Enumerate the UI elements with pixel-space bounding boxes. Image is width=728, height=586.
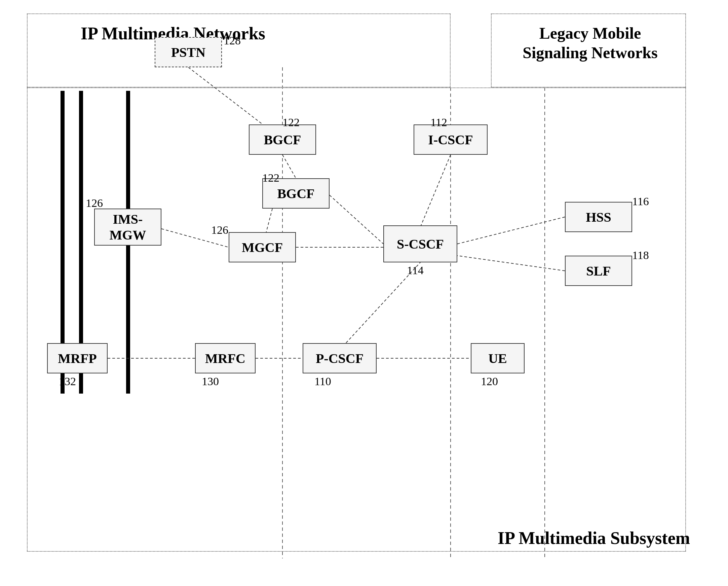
pstn-ref: 128	[224, 34, 241, 47]
bgcf2-label: BGCF	[277, 186, 314, 202]
ue-node: UE	[471, 343, 525, 374]
icscf-ref: 112	[431, 116, 447, 129]
scscf-ref: 114	[407, 264, 424, 277]
diagram-container: IP Multimedia Networks Legacy MobileSign…	[27, 14, 699, 572]
pcscf-ref: 110	[314, 375, 331, 388]
bgcf1-label: BGCF	[264, 132, 301, 148]
ims-label: IP Multimedia Subsystem	[498, 528, 690, 548]
bgcf2-ref: 122	[262, 172, 280, 184]
pstn-label: PSTN	[171, 44, 205, 60]
pstn-node: PSTN	[155, 37, 222, 67]
mrfc-node: MRFC	[195, 343, 256, 374]
ue-ref: 120	[481, 375, 498, 388]
bgcf1-node: BGCF	[249, 125, 316, 155]
hss-ref: 116	[632, 195, 649, 208]
mgcf-label: MGCF	[242, 239, 283, 255]
imsmgw-ref: 126	[86, 197, 103, 209]
mgcf-ref: 126	[211, 224, 228, 236]
legacy-mobile-label: Legacy MobileSignaling Networks	[501, 24, 679, 62]
icscf-label: I-CSCF	[428, 132, 473, 148]
slf-label: SLF	[586, 263, 610, 279]
ue-label: UE	[488, 351, 507, 366]
scscf-label: S-CSCF	[397, 236, 444, 252]
slf-ref: 118	[632, 249, 649, 262]
scscf-node: S-CSCF	[383, 225, 457, 262]
pcscf-label: P-CSCF	[316, 351, 364, 366]
hss-node: HSS	[565, 202, 632, 232]
imsmgw-label: IMS-MGW	[110, 211, 146, 243]
icscf-node: I-CSCF	[414, 125, 488, 155]
mgcf-node: MGCF	[229, 232, 296, 262]
imsmgw-node: IMS-MGW	[94, 209, 161, 246]
hss-label: HSS	[586, 209, 611, 225]
slf-node: SLF	[565, 256, 632, 286]
mrfp-node: MRFP	[47, 343, 108, 374]
bgcf1-ref: 122	[283, 116, 300, 129]
mrfp-ref: 132	[59, 375, 76, 388]
pcscf-node: P-CSCF	[303, 343, 376, 374]
mrfc-label: MRFC	[205, 351, 245, 366]
mrfc-ref: 130	[202, 375, 219, 388]
ims-box	[27, 87, 686, 552]
mrfp-label: MRFP	[58, 351, 97, 366]
